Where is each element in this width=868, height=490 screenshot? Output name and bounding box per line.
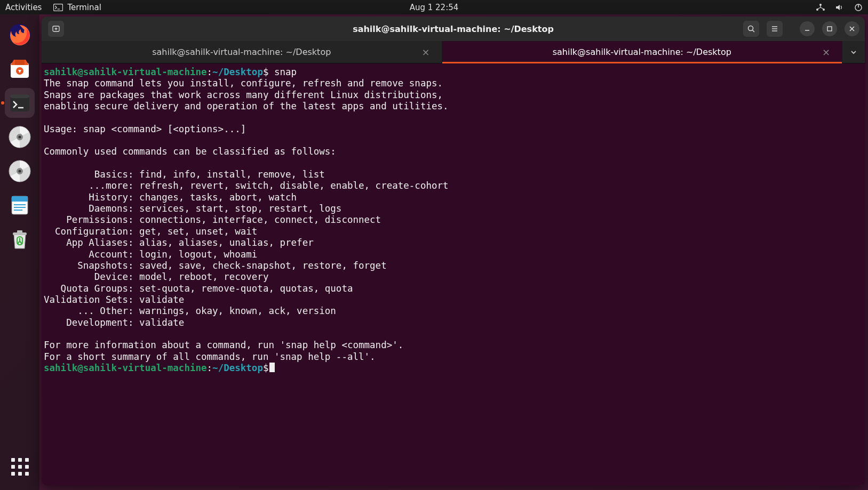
- prompt-path: ~/Desktop: [212, 67, 263, 77]
- output-line: Commonly used commands can be classified…: [44, 146, 336, 157]
- dock-item-disc-2[interactable]: [5, 156, 35, 186]
- dock-item-software[interactable]: [5, 54, 35, 84]
- dock-item-terminal[interactable]: [5, 88, 35, 118]
- output-line: Usage: snap <command> [<options>...]: [44, 124, 246, 134]
- terminal-tab-0[interactable]: sahilk@sahilk-virtual-machine: ~/Desktop…: [42, 41, 442, 63]
- output-line: Snapshots: saved, save, check-snapshot, …: [44, 260, 387, 271]
- show-applications-button[interactable]: [5, 452, 35, 481]
- prompt-userhost: sahilk@sahilk-virtual-machine: [44, 67, 207, 77]
- prompt-colon: :: [207, 363, 213, 373]
- terminal-tab-1[interactable]: sahilk@sahilk-virtual-machine: ~/Desktop…: [442, 41, 843, 63]
- dock-item-firefox[interactable]: [5, 20, 35, 50]
- output-line: Validation Sets: validate: [44, 294, 184, 305]
- output-line: Configuration: get, set, unset, wait: [44, 226, 257, 237]
- network-icon[interactable]: [816, 3, 825, 12]
- tab-label: sahilk@sahilk-virtual-machine: ~/Desktop: [553, 47, 731, 57]
- window-close-button[interactable]: [845, 21, 859, 36]
- dock-item-disc-1[interactable]: [5, 122, 35, 152]
- svg-point-21: [19, 170, 21, 173]
- output-line: App Aliases: alias, aliases, unalias, pr…: [44, 237, 314, 248]
- app-indicator[interactable]: Terminal: [53, 3, 101, 12]
- svg-rect-28: [17, 230, 22, 233]
- prompt-colon: :: [207, 67, 213, 77]
- output-line: For more information about a command, ru…: [44, 340, 403, 350]
- output-line: Device: model, reboot, recovery: [44, 271, 268, 282]
- prompt-userhost: sahilk@sahilk-virtual-machine: [44, 363, 207, 373]
- dock-item-text-editor[interactable]: [5, 190, 35, 220]
- dock: [0, 14, 39, 490]
- svg-point-17: [19, 136, 21, 139]
- output-line: Snaps are packages that work across many…: [44, 90, 443, 100]
- output-line: Development: validate: [44, 317, 184, 328]
- search-button[interactable]: [743, 21, 759, 37]
- window-title: sahilk@sahilk-virtual-machine: ~/Desktop: [353, 24, 554, 34]
- svg-rect-23: [12, 196, 28, 202]
- output-line: Permissions: connections, interface, con…: [44, 214, 381, 225]
- output-line: Quota Groups: set-quota, remove-quota, q…: [44, 283, 353, 294]
- output-line: ...more: refresh, revert, switch, disabl…: [44, 180, 449, 191]
- output-line: The snap command lets you install, confi…: [44, 78, 443, 89]
- tab-close-icon[interactable]: ×: [822, 47, 830, 57]
- svg-point-32: [748, 26, 753, 31]
- tab-list-dropdown[interactable]: [842, 41, 865, 63]
- svg-rect-0: [54, 4, 63, 11]
- svg-rect-38: [827, 27, 832, 31]
- running-indicator-dot: [1, 101, 4, 105]
- power-icon[interactable]: [854, 3, 863, 12]
- output-line: Account: login, logout, whoami: [44, 249, 257, 260]
- tab-label: sahilk@sahilk-virtual-machine: ~/Desktop: [152, 47, 331, 57]
- output-line: Basics: find, info, install, remove, lis…: [44, 169, 325, 180]
- window-minimize-button[interactable]: [800, 21, 815, 36]
- window-maximize-button[interactable]: [822, 21, 837, 36]
- desktop-workspace: sahilk@sahilk-virtual-machine: ~/Desktop: [0, 14, 868, 490]
- output-line: ... Other: warnings, okay, known, ack, v…: [44, 306, 336, 316]
- terminal-icon: [53, 4, 63, 11]
- command-0: snap: [274, 67, 297, 77]
- app-indicator-label: Terminal: [67, 3, 101, 12]
- svg-line-33: [753, 30, 755, 33]
- output-line: History: changes, tasks, abort, watch: [44, 192, 297, 203]
- prompt-dollar: $: [263, 67, 269, 77]
- svg-point-2: [819, 4, 822, 6]
- output-line: enabling secure delivery and operation o…: [44, 101, 449, 111]
- tab-close-icon[interactable]: ×: [421, 47, 429, 57]
- svg-rect-12: [10, 94, 29, 98]
- titlebar: sahilk@sahilk-virtual-machine: ~/Desktop: [42, 17, 865, 41]
- new-tab-button[interactable]: [48, 21, 64, 37]
- tab-strip: sahilk@sahilk-virtual-machine: ~/Desktop…: [42, 41, 865, 63]
- gnome-top-panel: Activities Terminal Aug 1 22:54: [0, 0, 868, 14]
- terminal-body[interactable]: sahilk@sahilk-virtual-machine:~/Desktop$…: [42, 63, 865, 486]
- svg-rect-9: [15, 60, 25, 65]
- terminal-window: sahilk@sahilk-virtual-machine: ~/Desktop: [42, 17, 865, 486]
- clock[interactable]: Aug 1 22:54: [410, 3, 459, 12]
- output-line: Daemons: services, start, stop, restart,…: [44, 203, 341, 214]
- volume-icon[interactable]: [835, 3, 845, 12]
- output-line: For a short summary of all commands, run…: [44, 351, 376, 362]
- activities-button[interactable]: Activities: [5, 3, 42, 12]
- hamburger-menu-button[interactable]: [767, 21, 783, 37]
- cursor: [269, 363, 275, 372]
- dock-item-trash[interactable]: [5, 224, 35, 254]
- prompt-path: ~/Desktop: [212, 363, 263, 373]
- prompt-dollar: $: [263, 363, 269, 373]
